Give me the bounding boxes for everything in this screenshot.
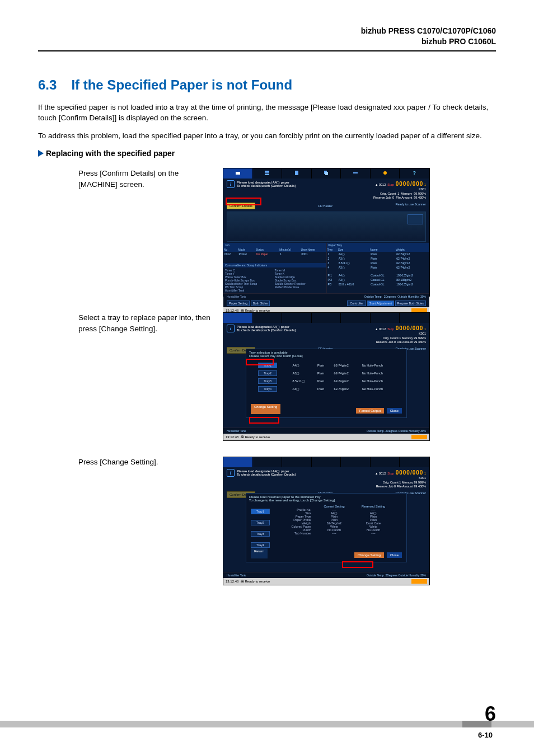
tab-scan[interactable] bbox=[341, 457, 371, 467]
tray-button[interactable]: Tray1 bbox=[251, 509, 270, 514]
screen-tabs bbox=[223, 457, 429, 467]
info-icon: i bbox=[227, 469, 235, 477]
gear-icon bbox=[381, 170, 389, 176]
step-2: Select a tray to replace paper into, the… bbox=[38, 312, 496, 441]
pi-row[interactable]: PI2A3▢Coated-GL80-135g/m2 bbox=[327, 278, 430, 282]
tray-option[interactable]: Tray38.5x11▢Plain62-74g/m2No Hole-Punch bbox=[256, 377, 397, 385]
message-bar: i Please load designated A4▢ paper To ch… bbox=[223, 467, 429, 490]
machine-icon bbox=[234, 170, 242, 176]
status-text: Ready to receive bbox=[245, 309, 270, 312]
triangle-bullet-icon bbox=[38, 150, 44, 157]
footer-buttons: Paper Setting Both Sides Controller Star… bbox=[223, 299, 429, 307]
user-id: ▲ 0012 bbox=[375, 183, 386, 186]
tray-row[interactable]: 4A3▢Plain62-74g/m2 bbox=[327, 265, 430, 270]
prop-row: Tab Number-------- bbox=[281, 532, 402, 535]
tab-copy[interactable] bbox=[312, 168, 341, 179]
tray-table: TraySizeNameWeight 1A4▢Plain62-74g/m2 2A… bbox=[327, 247, 430, 287]
tray-button[interactable]: Tray2 bbox=[251, 520, 270, 525]
tab-recall[interactable] bbox=[282, 168, 312, 179]
orig-count-label: Orig. Count bbox=[380, 192, 396, 195]
tab-joblist[interactable] bbox=[253, 457, 283, 467]
tab-help[interactable] bbox=[400, 313, 429, 323]
tab-help[interactable] bbox=[400, 457, 429, 467]
step-3: Press [Change Setting]. i Please load de… bbox=[38, 457, 496, 585]
tray-option[interactable]: Tray1A4▢Plain62-74g/m2No Hole-Punch bbox=[256, 361, 397, 369]
intro-paragraph-1: If the specified paper is not loaded int… bbox=[38, 102, 496, 124]
tray-option[interactable]: Tray4A3▢Plain62-74g/m2No Hole-Punch bbox=[256, 385, 397, 393]
tray-button[interactable]: Tray3 bbox=[251, 531, 270, 537]
header-rule bbox=[38, 50, 496, 51]
pi-row[interactable]: PI1A4▢Coated-GL106-135g/m2 bbox=[327, 273, 430, 278]
pi-row[interactable]: PB80.0 x 406.0Coated-GL106-135g/m2 bbox=[327, 282, 430, 287]
job-counter: 0000/000 bbox=[396, 181, 424, 187]
tab-settings[interactable] bbox=[371, 457, 400, 467]
memory-label: Memory bbox=[401, 192, 412, 195]
tab-recall[interactable] bbox=[282, 457, 312, 467]
tab-scan[interactable] bbox=[341, 313, 371, 323]
change-setting-button[interactable]: Change Setting bbox=[251, 404, 280, 414]
info-icon: i bbox=[227, 180, 235, 188]
paper-setting-button[interactable]: Paper Setting bbox=[227, 300, 250, 306]
highlight-confirm-details bbox=[226, 198, 261, 205]
tab-machine[interactable] bbox=[223, 313, 253, 323]
message-line-1: Please load designated A4▢ paper bbox=[237, 180, 296, 184]
tray-button[interactable]: Tray4 bbox=[251, 542, 270, 548]
tab-settings[interactable] bbox=[371, 168, 400, 179]
tab-machine[interactable] bbox=[223, 168, 253, 179]
memory-value: 99.999% bbox=[414, 192, 426, 195]
reserve-label: Reserve Job bbox=[373, 196, 391, 199]
svg-rect-3 bbox=[265, 174, 269, 175]
job-row[interactable]: 0012PrinterNo Paper10001 bbox=[223, 252, 326, 256]
tab-settings[interactable] bbox=[371, 313, 400, 323]
change-setting-button[interactable]: Change Setting bbox=[354, 552, 384, 558]
info-icon: i bbox=[227, 325, 235, 332]
message-bar: i Please load designated A4▢ paper To ch… bbox=[223, 323, 429, 345]
step-1: Press [Confirm Details] on the [MACHINE]… bbox=[38, 168, 496, 297]
dialog-line-2: Please select tray and touch [Close] bbox=[249, 354, 404, 358]
k-id: K001 bbox=[373, 187, 426, 191]
highlight-tray1 bbox=[246, 359, 274, 365]
both-sides-button[interactable]: Both Sides bbox=[251, 300, 270, 306]
tray-option[interactable]: Tray2A3▢Plain62-74g/m2No Hole-Punch bbox=[256, 369, 397, 377]
file-amount-value: 99.430% bbox=[414, 196, 426, 199]
tab-machine[interactable] bbox=[223, 457, 253, 467]
outside-humid-value: 30% bbox=[420, 295, 426, 298]
tab-joblist[interactable] bbox=[253, 168, 283, 179]
tray-row[interactable]: 38.5x11▢Plain62-74g/m2 bbox=[327, 261, 430, 265]
tab-scan[interactable] bbox=[341, 168, 371, 179]
status-bar: 13:12:48 🖶 Ready to receive bbox=[223, 578, 429, 585]
orig-count-value: 1 bbox=[397, 192, 399, 195]
svg-rect-0 bbox=[236, 172, 240, 175]
tray-select-table: Tray1A4▢Plain62-74g/m2No Hole-Punch Tray… bbox=[256, 361, 397, 393]
screenshot-3: i Please load designated A4▢ paper To ch… bbox=[223, 457, 430, 585]
step-3-text: Press [Change Setting]. bbox=[38, 457, 223, 468]
tab-joblist[interactable] bbox=[253, 313, 283, 323]
stop-label: Stop bbox=[387, 183, 394, 186]
tray-row[interactable]: 1A4▢Plain62-74g/m2 bbox=[327, 252, 430, 256]
tray-panel-head: Paper Tray bbox=[327, 243, 430, 247]
page-number: 6-10 bbox=[0, 731, 534, 739]
svg-rect-2 bbox=[265, 172, 269, 173]
job-panel-head: Job bbox=[223, 243, 326, 247]
joblist-icon bbox=[263, 170, 271, 176]
forced-output-button[interactable]: Forced Output bbox=[356, 408, 384, 414]
outside-bar: Humidifier Tank Outside Temp. 2Degrees O… bbox=[223, 293, 429, 299]
section-title: 6.3If the Specified Paper is not Found bbox=[38, 77, 496, 93]
return-button[interactable]: Return bbox=[251, 548, 268, 558]
tab-copy[interactable] bbox=[312, 313, 341, 323]
require-both-sides-button[interactable]: Require Both Sides bbox=[395, 300, 426, 306]
tab-recall[interactable] bbox=[282, 313, 312, 323]
screenshot-2: i Please load designated A4▢ paper To ch… bbox=[223, 312, 430, 441]
svg-rect-6 bbox=[325, 172, 328, 175]
tab-copy[interactable] bbox=[312, 457, 341, 467]
intro-paragraph-2: To address this problem, load the specif… bbox=[38, 130, 496, 142]
reserve-value: 0 bbox=[392, 196, 394, 199]
tray-row[interactable]: 2A3▢Plain62-74g/m2 bbox=[327, 256, 430, 261]
start-adjustment-button[interactable]: Start Adjustment bbox=[367, 300, 394, 306]
svg-rect-4 bbox=[295, 171, 298, 175]
tab-help[interactable]: ? bbox=[400, 168, 429, 179]
close-button[interactable]: Close bbox=[387, 408, 402, 414]
controller-button[interactable]: Controller bbox=[347, 300, 366, 306]
highlight-change-setting bbox=[249, 417, 279, 424]
close-button[interactable]: Close bbox=[387, 552, 402, 558]
